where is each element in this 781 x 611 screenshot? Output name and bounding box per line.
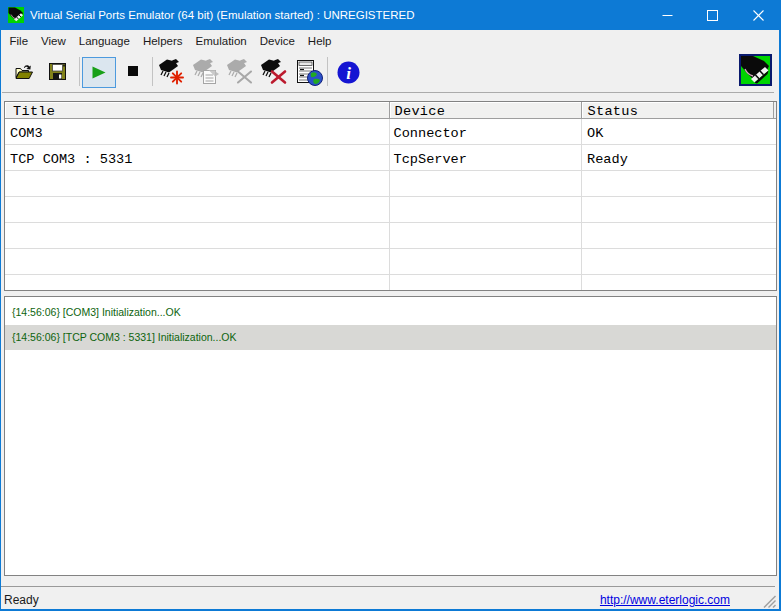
menu-device[interactable]: Device: [253, 30, 301, 52]
device-delete-all-icon: [259, 58, 288, 85]
app-window: Virtual Serial Ports Emulator (64 bit) (…: [0, 0, 781, 611]
play-icon: [92, 66, 106, 79]
delete-all-devices-button[interactable]: [259, 58, 288, 85]
cell-device: TcpServer: [389, 145, 581, 170]
device-table: Title Device Status COM3 Connector OK TC…: [4, 101, 777, 291]
cell-device: Connector: [389, 119, 581, 144]
create-device-button[interactable]: [157, 58, 186, 85]
device-list-button[interactable]: [297, 60, 323, 86]
column-header-title[interactable]: Title: [5, 102, 390, 119]
eterlogic-link[interactable]: http://www.eterlogic.com: [600, 593, 730, 607]
cell-title: COM3: [5, 119, 389, 144]
column-divider: [581, 119, 582, 290]
toolbar-separator: [327, 57, 328, 86]
device-delete-icon: [225, 58, 254, 85]
eterlogic-logo: [739, 54, 772, 86]
statusbar: Ready http://www.eterlogic.com: [1, 586, 779, 608]
delete-device-button[interactable]: [225, 58, 254, 85]
menu-help[interactable]: Help: [301, 30, 338, 52]
table-row-empty: [5, 249, 776, 275]
column-header-filler: [774, 102, 776, 119]
menu-view[interactable]: View: [35, 30, 73, 52]
toolbar-separator: [79, 57, 80, 86]
close-icon: [753, 10, 764, 21]
list-globe-icon: [297, 60, 323, 86]
table-row-empty: [5, 171, 776, 197]
cell-status: OK: [581, 119, 776, 144]
titlebar: Virtual Serial Ports Emulator (64 bit) (…: [0, 0, 781, 30]
save-floppy-icon: [49, 63, 66, 80]
app-icon: [8, 7, 24, 23]
minimize-button[interactable]: [645, 0, 690, 30]
window-border: [0, 30, 1, 611]
menu-emulation[interactable]: Emulation: [189, 30, 253, 52]
maximize-button[interactable]: [690, 0, 735, 30]
table-row-empty: [5, 197, 776, 223]
toolbar: i: [1, 52, 779, 92]
menu-helpers[interactable]: Helpers: [136, 30, 189, 52]
device-new-icon: [157, 58, 186, 85]
table-row-empty: [5, 223, 776, 249]
minimize-icon: [662, 10, 673, 21]
open-folder-icon: [15, 63, 34, 80]
toolbar-separator: [152, 57, 153, 86]
status-text: Ready: [4, 593, 39, 607]
info-icon: i: [337, 61, 360, 84]
svg-text:i: i: [346, 64, 351, 83]
column-header-device[interactable]: Device: [390, 102, 582, 119]
resize-grip[interactable]: [763, 595, 776, 608]
caption-buttons: [645, 0, 781, 30]
table-header: Title Device Status: [5, 102, 776, 119]
menubar: File View Language Helpers Emulation Dev…: [1, 30, 779, 52]
window-title: Virtual Serial Ports Emulator (64 bit) (…: [30, 0, 415, 30]
maximize-icon: [707, 10, 718, 21]
menu-file[interactable]: File: [3, 30, 35, 52]
log-line-selected[interactable]: {14:56:06} [TCP COM3 : 5331] Initializat…: [5, 325, 776, 350]
open-button[interactable]: [15, 63, 34, 80]
close-button[interactable]: [735, 0, 781, 30]
table-row-tcp[interactable]: TCP COM3 : 5331 TcpServer Ready: [5, 145, 776, 171]
toolbar-bottom-rule: [2, 92, 774, 93]
stop-emulation-button[interactable]: [128, 66, 138, 76]
device-properties-icon: [191, 58, 220, 85]
log-line[interactable]: {14:56:06} [COM3] Initialization...OK: [5, 300, 776, 325]
cell-title: TCP COM3 : 5331: [5, 145, 389, 170]
device-properties-button[interactable]: [191, 58, 220, 85]
column-divider: [389, 119, 390, 290]
about-button[interactable]: i: [337, 61, 360, 84]
column-header-status[interactable]: Status: [582, 102, 774, 119]
log-panel: {14:56:06} [COM3] Initialization...OK {1…: [4, 296, 777, 576]
table-row-com3[interactable]: COM3 Connector OK: [5, 119, 776, 145]
start-emulation-button[interactable]: [82, 57, 116, 88]
table-body: COM3 Connector OK TCP COM3 : 5331 TcpSer…: [5, 119, 776, 290]
save-button[interactable]: [49, 63, 66, 80]
menu-language[interactable]: Language: [72, 30, 136, 52]
statusbar-separator: [1, 586, 775, 587]
cell-status: Ready: [581, 145, 776, 170]
